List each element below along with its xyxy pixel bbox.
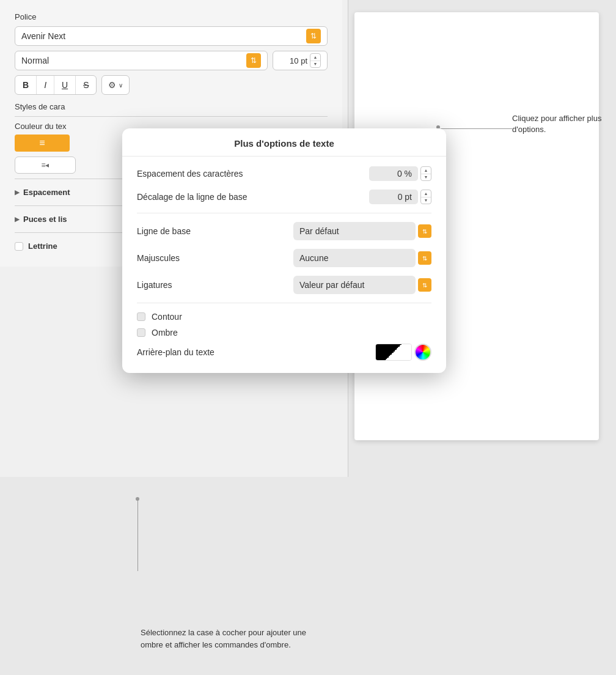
police-label: Police xyxy=(15,12,328,21)
divider-1 xyxy=(15,116,328,117)
font-size-stepper[interactable]: ▲ ▼ xyxy=(310,53,321,68)
font-size-select[interactable]: 10 pt ▲ ▼ xyxy=(273,51,328,70)
char-spacing-stepper[interactable]: ▲ ▼ xyxy=(420,166,431,181)
outline-label: Contour xyxy=(152,312,182,322)
baseline-row: Ligne de base Par défaut ⇅ xyxy=(137,222,431,240)
outline-row: Contour xyxy=(137,312,431,322)
font-name-select[interactable]: Avenir Next ⇅ xyxy=(15,26,328,46)
caps-value: Aucune xyxy=(299,253,328,263)
char-spacing-up[interactable]: ▲ xyxy=(421,167,431,174)
baseline-offset-row: Décalage de la ligne de base 0 pt ▲ ▼ xyxy=(137,190,431,204)
size-up-btn[interactable]: ▲ xyxy=(310,54,320,61)
font-style-text: Normal xyxy=(21,56,244,65)
char-spacing-row: Espacement des caractères 0 % ▲ ▼ xyxy=(137,166,431,181)
stepper-arrows-icon: ⇅ xyxy=(251,56,257,65)
baseline-offset-input-group: 0 pt ▲ ▼ xyxy=(369,190,431,204)
caps-select-stepper[interactable]: ⇅ xyxy=(418,251,431,265)
strikethrough-button[interactable]: S xyxy=(76,75,96,95)
indent-icon: ≡◂ xyxy=(41,161,49,169)
char-spacing-label: Espacement des caractères xyxy=(137,169,243,179)
char-spacing-down[interactable]: ▼ xyxy=(421,174,431,181)
font-size-text: 10 pt xyxy=(279,56,307,65)
shadow-label: Ombre xyxy=(152,328,178,338)
spacing-arrow-icon: ▶ xyxy=(15,189,20,196)
outline-checkbox[interactable] xyxy=(137,312,145,321)
shadow-row: Ombre xyxy=(137,328,431,338)
baseline-offset-input[interactable]: 0 pt xyxy=(369,190,418,204)
caps-row: Majuscules Aucune ⇅ xyxy=(137,249,431,267)
baseline-select-stepper[interactable]: ⇅ xyxy=(418,224,431,238)
char-spacing-input-group: 0 % ▲ ▼ xyxy=(369,166,431,181)
color-preview-gradient xyxy=(376,344,411,360)
baseline-label: Ligne de base xyxy=(137,226,191,236)
italic-button[interactable]: I xyxy=(37,75,54,95)
bullets-label: Puces et lis xyxy=(23,215,67,224)
popup-divider-2 xyxy=(137,303,431,303)
underline-button[interactable]: U xyxy=(54,75,76,95)
font-style-stepper[interactable]: ⇅ xyxy=(246,53,261,68)
ligatures-stepper-icon: ⇅ xyxy=(422,282,427,289)
color-wheel-button[interactable] xyxy=(414,344,431,361)
baseline-up[interactable]: ▲ xyxy=(421,190,431,197)
font-style-row: Normal ⇅ 10 pt ▲ ▼ xyxy=(15,51,328,70)
baseline-down[interactable]: ▼ xyxy=(421,197,431,204)
ligatures-value: Valeur par défaut xyxy=(299,280,364,290)
ligatures-select[interactable]: Valeur par défaut xyxy=(293,276,416,294)
spacing-label: Espacement xyxy=(23,188,70,197)
char-spacing-input[interactable]: 0 % xyxy=(369,166,418,181)
caps-label: Majuscules xyxy=(137,253,180,263)
callout-right-line xyxy=(439,128,512,129)
ligatures-select-stepper[interactable]: ⇅ xyxy=(418,278,431,292)
callout-bottom-text: Sélectionnez la case à cocher pour ajout… xyxy=(141,627,312,651)
popup-overlay: Plus d'options de texte Espacement des c… xyxy=(122,128,446,373)
drop-cap-label: Lettrine xyxy=(28,242,57,251)
font-style-select[interactable]: Normal ⇅ xyxy=(15,51,268,70)
baseline-offset-value: 0 pt xyxy=(398,192,412,202)
callout-right-text: Cliquez pour afficher plus d'options. xyxy=(512,113,610,135)
ligatures-select-group: Valeur par défaut ⇅ xyxy=(293,276,431,294)
caps-select-group: Aucune ⇅ xyxy=(293,249,431,267)
text-bg-label: Arrière-plan du texte xyxy=(137,347,215,357)
baseline-stepper-icon: ⇅ xyxy=(422,228,427,235)
drop-cap-checkbox[interactable] xyxy=(15,242,23,251)
caps-select[interactable]: Aucune xyxy=(293,249,416,267)
font-name-text: Avenir Next xyxy=(21,31,304,41)
ligatures-row: Ligatures Valeur par défaut ⇅ xyxy=(137,276,431,294)
char-styles-label: Styles de cara xyxy=(15,102,328,111)
gear-icon: ⚙ xyxy=(108,80,116,90)
font-name-stepper[interactable]: ⇅ xyxy=(306,29,321,43)
text-bg-color-control xyxy=(375,344,431,361)
popup-content: Espacement des caractères 0 % ▲ ▼ Décala… xyxy=(122,166,446,361)
baseline-select-group: Par défaut ⇅ xyxy=(293,222,431,240)
text-bg-row: Arrière-plan du texte xyxy=(137,344,431,361)
text-align-block[interactable]: ≡ xyxy=(15,135,70,152)
format-row: B I U S ⚙ ∨ xyxy=(15,75,328,95)
text-align-select[interactable]: ≡◂ xyxy=(15,157,76,174)
bullets-arrow-icon: ▶ xyxy=(15,216,20,223)
baseline-offset-label: Décalage de la ligne de base xyxy=(137,192,248,202)
baseline-offset-stepper[interactable]: ▲ ▼ xyxy=(420,190,431,204)
bold-button[interactable]: B xyxy=(15,75,37,95)
callout-bottom-line xyxy=(138,498,138,571)
format-btn-group: B I U S xyxy=(15,75,97,95)
ligatures-label: Ligatures xyxy=(137,280,172,290)
shadow-checkbox[interactable] xyxy=(137,328,145,337)
chevron-icon: ∨ xyxy=(119,82,123,89)
stepper-icon: ⇅ xyxy=(310,32,317,40)
baseline-value: Par défaut xyxy=(299,226,339,236)
align-center-icon: ≡ xyxy=(39,138,45,149)
more-options-button[interactable]: ⚙ ∨ xyxy=(101,75,130,95)
caps-stepper-icon: ⇅ xyxy=(422,255,427,262)
size-down-btn[interactable]: ▼ xyxy=(310,61,320,68)
popup-title: Plus d'options de texte xyxy=(122,128,446,157)
baseline-select[interactable]: Par défaut xyxy=(293,222,416,240)
char-spacing-value: 0 % xyxy=(397,169,412,179)
font-name-row: Avenir Next ⇅ xyxy=(15,26,328,46)
popup-divider-1 xyxy=(137,213,431,213)
text-bg-color-preview[interactable] xyxy=(375,344,412,361)
